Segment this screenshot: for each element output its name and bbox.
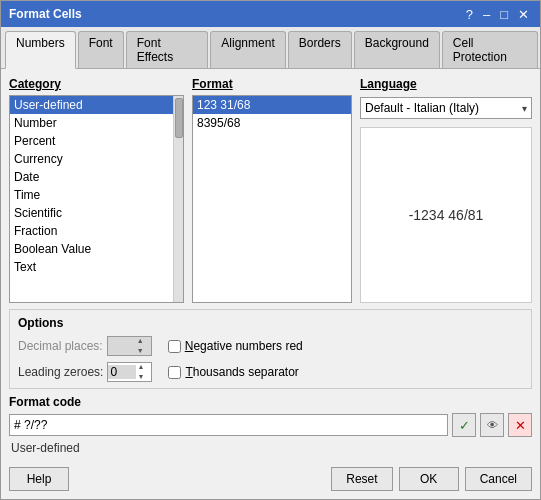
format-code-title: Format code [9, 395, 532, 409]
main-content: Category User-defined Number Percent Cur… [1, 69, 540, 463]
bottom-buttons: Help Reset OK Cancel [1, 463, 540, 499]
options-row-1: Decimal places: ▲ ▼ Negative numbers red [18, 336, 523, 356]
ok-button[interactable]: OK [399, 467, 459, 491]
dialog-title: Format Cells [9, 7, 82, 21]
leading-zeroes-spinner: ▲ ▼ [136, 362, 145, 382]
negative-numbers-group: Negative numbers red [168, 339, 303, 353]
category-label: Category [9, 77, 184, 91]
language-value: Default - Italian (Italy) [365, 101, 479, 115]
list-item[interactable]: Currency [10, 150, 173, 168]
decimal-places-group: Decimal places: ▲ ▼ [18, 336, 152, 356]
category-list[interactable]: User-defined Number Percent Currency Dat… [10, 96, 173, 302]
title-bar-buttons: ? – □ ✕ [463, 7, 532, 22]
cancel-button[interactable]: Cancel [465, 467, 532, 491]
format-code-section: Format code ✓ 👁 ✕ User-defined [9, 395, 532, 455]
decimal-places-input[interactable]: ▲ ▼ [107, 336, 152, 356]
list-item[interactable]: Text [10, 258, 173, 276]
help-button[interactable]: Help [9, 467, 69, 491]
format-cells-dialog: Format Cells ? – □ ✕ Numbers Font Font E… [0, 0, 541, 500]
list-item[interactable]: Fraction [10, 222, 173, 240]
format-label: Format [192, 77, 352, 91]
decimal-places-up-icon[interactable]: ▲ [136, 336, 145, 346]
reset-button[interactable]: Reset [331, 467, 392, 491]
tab-font[interactable]: Font [78, 31, 124, 68]
preview-value: -1234 46/81 [409, 207, 484, 223]
category-list-wrapper: User-defined Number Percent Currency Dat… [9, 95, 184, 303]
accept-icon[interactable]: ✓ [452, 413, 476, 437]
decimal-places-down-icon[interactable]: ▼ [136, 346, 145, 356]
list-item[interactable]: Date [10, 168, 173, 186]
close-icon[interactable]: ✕ [515, 7, 532, 22]
tab-borders[interactable]: Borders [288, 31, 352, 68]
format-panel: Format 123 31/68 8395/68 [192, 77, 352, 303]
leading-zeroes-down-icon[interactable]: ▼ [136, 372, 145, 382]
help-icon-title[interactable]: ? [463, 7, 476, 22]
language-select[interactable]: Default - Italian (Italy) ▾ [360, 97, 532, 119]
tab-cell-protection[interactable]: Cell Protection [442, 31, 538, 68]
list-item[interactable]: User-defined [10, 96, 173, 114]
tab-alignment[interactable]: Alignment [210, 31, 285, 68]
thousands-separator-group: Thousands separator [168, 365, 298, 379]
thousands-separator-checkbox[interactable] [168, 366, 181, 379]
format-item[interactable]: 8395/68 [193, 114, 351, 132]
list-item[interactable]: Scientific [10, 204, 173, 222]
leading-zeroes-label: Leading zeroes: [18, 365, 103, 379]
options-row-2: Leading zeroes: ▲ ▼ Thousands separator [18, 362, 523, 382]
leading-zeroes-group: Leading zeroes: ▲ ▼ [18, 362, 152, 382]
minimize-icon[interactable]: – [480, 7, 493, 22]
delete-icon[interactable]: ✕ [508, 413, 532, 437]
options-title: Options [18, 316, 523, 330]
thousands-separator-label: Thousands separator [185, 365, 298, 379]
leading-zeroes-input[interactable]: ▲ ▼ [107, 362, 152, 382]
leading-zeroes-up-icon[interactable]: ▲ [136, 362, 145, 372]
maximize-icon[interactable]: □ [497, 7, 511, 22]
preview-area: -1234 46/81 [360, 127, 532, 303]
negative-numbers-checkbox[interactable] [168, 340, 181, 353]
language-panel: Language Default - Italian (Italy) ▾ -12… [360, 77, 532, 303]
top-section: Category User-defined Number Percent Cur… [9, 77, 532, 303]
decimal-places-label: Decimal places: [18, 339, 103, 353]
decimal-places-field[interactable] [108, 339, 136, 353]
tab-numbers[interactable]: Numbers [5, 31, 76, 69]
list-item[interactable]: Percent [10, 132, 173, 150]
format-code-row: ✓ 👁 ✕ [9, 413, 532, 437]
list-item[interactable]: Number [10, 114, 173, 132]
chevron-down-icon: ▾ [522, 103, 527, 114]
negative-numbers-label: Negative numbers red [185, 339, 303, 353]
list-item[interactable]: Boolean Value [10, 240, 173, 258]
language-label: Language [360, 77, 532, 91]
title-bar: Format Cells ? – □ ✕ [1, 1, 540, 27]
decimal-places-spinner: ▲ ▼ [136, 336, 145, 356]
list-item[interactable]: Time [10, 186, 173, 204]
category-panel: Category User-defined Number Percent Cur… [9, 77, 184, 303]
leading-zeroes-field[interactable] [108, 365, 136, 379]
category-scrollbar[interactable] [173, 96, 183, 302]
user-defined-label: User-defined [9, 441, 532, 455]
tab-font-effects[interactable]: Font Effects [126, 31, 209, 68]
tab-bar: Numbers Font Font Effects Alignment Bord… [1, 27, 540, 69]
action-buttons: Reset OK Cancel [331, 467, 532, 491]
tab-background[interactable]: Background [354, 31, 440, 68]
format-code-input[interactable] [9, 414, 448, 436]
format-list[interactable]: 123 31/68 8395/68 [192, 95, 352, 303]
category-scrollbar-thumb[interactable] [175, 98, 183, 138]
options-section: Options Decimal places: ▲ ▼ Negat [9, 309, 532, 389]
format-item[interactable]: 123 31/68 [193, 96, 351, 114]
preview-icon[interactable]: 👁 [480, 413, 504, 437]
